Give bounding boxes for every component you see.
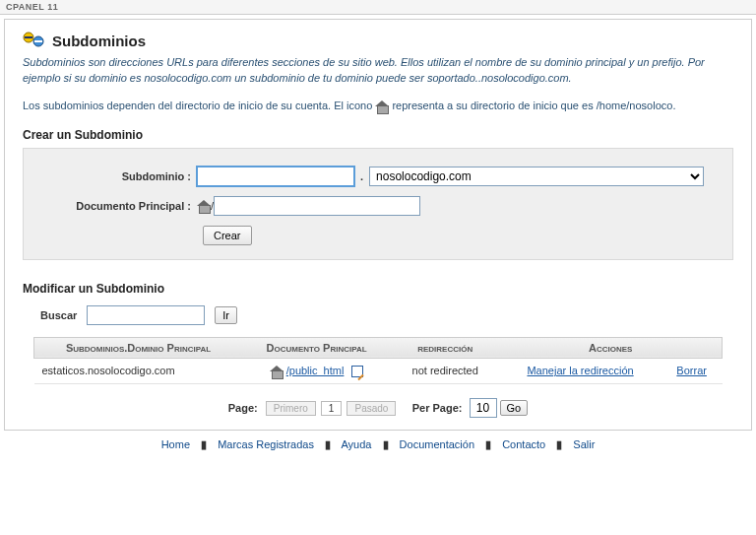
modify-heading: Modificar un Subdominio xyxy=(23,282,733,296)
perpage-label: Per Page: xyxy=(412,402,463,414)
home-icon xyxy=(197,200,211,212)
cell-docroot: /public_html xyxy=(242,358,391,383)
pager-first[interactable]: Primero xyxy=(266,401,316,416)
dot-separator: . xyxy=(360,170,363,182)
col-redirect: redirección xyxy=(391,337,499,358)
docroot-link[interactable]: /public_html xyxy=(286,365,345,376)
docroot-label: Documento Principal : xyxy=(39,200,197,212)
main-panel: Subdominios Subdominios son direcciones … xyxy=(4,19,752,431)
perpage-input[interactable] xyxy=(470,398,497,418)
page-title: Subdominios xyxy=(52,33,146,49)
search-label: Buscar xyxy=(40,309,77,321)
cell-redirect: not redirected xyxy=(391,358,499,383)
pager: Page: Primero 1 Pasado Per Page: Go xyxy=(23,398,733,418)
home-icon xyxy=(270,366,284,377)
create-heading: Crear un Subdominio xyxy=(23,128,733,142)
titlebar: CPANEL 11 xyxy=(0,0,756,15)
home-icon xyxy=(375,100,389,112)
create-form: Subdominio : . nosolocodigo.com Document… xyxy=(23,148,733,260)
pager-passed[interactable]: Pasado xyxy=(346,401,396,416)
svg-rect-3 xyxy=(34,40,42,42)
search-go-button[interactable]: Ir xyxy=(215,306,237,324)
intro-paragraph-2: Los subdominios dependen del directorio … xyxy=(23,99,733,114)
perpage-go-button[interactable]: Go xyxy=(500,400,529,416)
intro-paragraph-1: Subdominios son direcciones URLs para di… xyxy=(23,55,733,87)
col-domain: Subdominios.Dominio Principal xyxy=(34,337,243,358)
footer-link[interactable]: Home xyxy=(161,438,190,450)
footer-link[interactable]: Documentación xyxy=(400,438,474,450)
create-button[interactable]: Crear xyxy=(203,226,252,245)
pager-current[interactable]: 1 xyxy=(321,401,343,416)
domain-select[interactable]: nosolocodigo.com xyxy=(369,167,704,186)
col-actions: Acciones xyxy=(499,337,722,358)
footer-link[interactable]: Contacto xyxy=(502,438,545,450)
manage-redirect-link[interactable]: Manejar la redirección xyxy=(527,365,633,376)
delete-link[interactable]: Borrar xyxy=(676,365,707,376)
footer-nav: Home ▮ Marcas Registradas ▮ Ayuda ▮ Docu… xyxy=(0,438,756,451)
edit-icon[interactable] xyxy=(351,366,363,377)
footer-link[interactable]: Marcas Registradas xyxy=(218,438,314,450)
subdomain-icon xyxy=(23,32,46,49)
svg-rect-2 xyxy=(25,36,32,38)
subdomain-table: Subdominios.Dominio Principal Documento … xyxy=(33,337,723,384)
docroot-input[interactable] xyxy=(214,196,420,216)
search-input[interactable] xyxy=(87,305,205,325)
footer-link[interactable]: Ayuda xyxy=(341,438,371,450)
subdomain-label: Subdominio : xyxy=(39,170,197,182)
col-docroot: Documento Principal xyxy=(242,337,391,358)
cell-domain: estaticos.nosolocodigo.com xyxy=(34,358,243,383)
page-label: Page: xyxy=(228,402,258,414)
table-row: estaticos.nosolocodigo.com /public_html … xyxy=(34,358,723,383)
subdomain-input[interactable] xyxy=(197,167,354,186)
footer-link[interactable]: Salir xyxy=(573,438,595,450)
